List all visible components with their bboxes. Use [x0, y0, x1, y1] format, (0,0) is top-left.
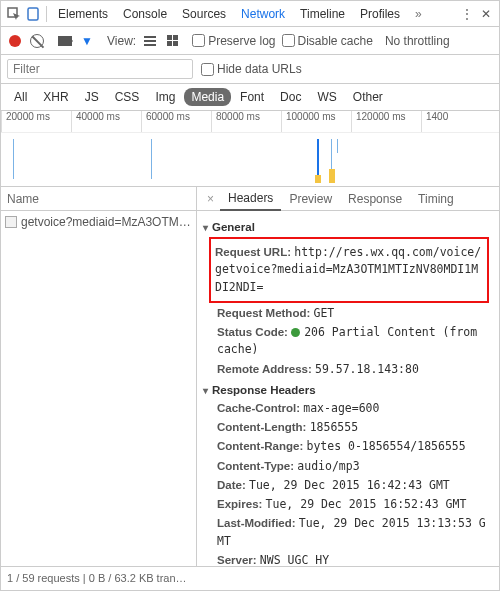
hdr-k: Content-Type:: [217, 460, 294, 472]
hdr-k: Server:: [217, 554, 257, 566]
request-method-key: Request Method:: [217, 307, 310, 319]
hdr-v: max-age=600: [303, 401, 379, 415]
view-label: View:: [107, 34, 136, 48]
section-response-headers[interactable]: Response Headers: [203, 384, 489, 396]
remote-address-key: Remote Address:: [217, 363, 312, 375]
subtab-response[interactable]: Response: [340, 188, 410, 210]
hdr-v: 1856555: [310, 420, 358, 434]
tab-console[interactable]: Console: [116, 3, 174, 25]
ruler-tick: 60000 ms: [141, 111, 211, 132]
hdr-k: Content-Length:: [217, 421, 306, 433]
ruler-tick: 100000 ms: [281, 111, 351, 132]
type-all[interactable]: All: [7, 88, 34, 106]
hide-data-urls-label: Hide data URLs: [217, 62, 302, 76]
filter-bar: Hide data URLs: [1, 55, 499, 84]
close-icon[interactable]: ✕: [477, 5, 495, 23]
throttling-selector[interactable]: No throttling: [385, 34, 450, 48]
type-js[interactable]: JS: [78, 88, 106, 106]
hdr-k: Content-Range:: [217, 440, 303, 452]
hdr-k: Cache-Control:: [217, 402, 300, 414]
subtab-preview[interactable]: Preview: [281, 188, 340, 210]
disable-cache-checkbox[interactable]: Disable cache: [282, 34, 373, 48]
status-bar: 1 / 59 requests | 0 B / 63.2 KB tran…: [1, 566, 499, 588]
status-dot-icon: [291, 328, 300, 337]
preserve-log-label: Preserve log: [208, 34, 275, 48]
kebab-icon[interactable]: ⋮: [458, 5, 476, 23]
device-icon[interactable]: [24, 5, 42, 23]
status-text: 1 / 59 requests | 0 B / 63.2 KB tran…: [7, 572, 187, 584]
type-media[interactable]: Media: [184, 88, 231, 106]
ruler-tick: 1400: [421, 111, 491, 132]
network-toolbar: ▼ View: Preserve log Disable cache No th…: [1, 27, 499, 55]
request-row[interactable]: getvoice?mediaid=MzA3OTM…: [1, 211, 196, 233]
hdr-k: Last-Modified:: [217, 517, 296, 529]
hdr-v: bytes 0-1856554/1856555: [306, 439, 465, 453]
preserve-log-checkbox[interactable]: Preserve log: [192, 34, 275, 48]
hide-data-urls-checkbox[interactable]: Hide data URLs: [201, 62, 302, 76]
ruler-tick: 40000 ms: [71, 111, 141, 132]
record-icon[interactable]: [7, 33, 23, 49]
request-list: Name getvoice?mediaid=MzA3OTM…: [1, 187, 197, 566]
type-css[interactable]: CSS: [108, 88, 147, 106]
capture-icon[interactable]: [57, 33, 73, 49]
type-img[interactable]: Img: [148, 88, 182, 106]
disable-cache-label: Disable cache: [298, 34, 373, 48]
devtools-tabs: Elements Console Sources Network Timelin…: [1, 1, 499, 27]
tab-profiles[interactable]: Profiles: [353, 3, 407, 25]
hdr-v: audio/mp3: [297, 459, 359, 473]
name-column-header[interactable]: Name: [7, 192, 39, 206]
subtab-timing[interactable]: Timing: [410, 188, 462, 210]
hdr-v: Tue, 29 Dec 2015 16:52:43 GMT: [266, 497, 467, 511]
type-filter-bar: All XHR JS CSS Img Media Font Doc WS Oth…: [1, 84, 499, 111]
type-font[interactable]: Font: [233, 88, 271, 106]
status-code-key: Status Code:: [217, 326, 288, 338]
filter-input[interactable]: [7, 59, 193, 79]
file-icon: [5, 216, 17, 228]
list-view-icon[interactable]: [142, 33, 158, 49]
grid-view-icon[interactable]: [164, 33, 180, 49]
close-detail-icon[interactable]: ×: [201, 192, 220, 206]
section-general[interactable]: General: [203, 221, 489, 233]
tab-sources[interactable]: Sources: [175, 3, 233, 25]
highlight-box: Request URL: http://res.wx.qq.com/voice/…: [209, 237, 489, 303]
filter-icon[interactable]: ▼: [79, 33, 95, 49]
tab-network[interactable]: Network: [234, 3, 292, 25]
tab-overflow[interactable]: »: [408, 3, 429, 25]
svg-rect-1: [28, 8, 38, 20]
hdr-k: Date:: [217, 479, 246, 491]
hdr-v: Tue, 29 Dec 2015 16:42:43 GMT: [249, 478, 450, 492]
waterfall-overview[interactable]: 20000 ms 40000 ms 60000 ms 80000 ms 1000…: [1, 111, 499, 187]
ruler-tick: 20000 ms: [1, 111, 71, 132]
request-name: getvoice?mediaid=MzA3OTM…: [21, 215, 192, 229]
hdr-k: Expires:: [217, 498, 262, 510]
tab-elements[interactable]: Elements: [51, 3, 115, 25]
request-detail: × Headers Preview Response Timing Genera…: [197, 187, 499, 566]
hdr-v: NWS_UGC_HY: [260, 553, 329, 566]
ruler-tick: 80000 ms: [211, 111, 281, 132]
clear-icon[interactable]: [29, 33, 45, 49]
type-other[interactable]: Other: [346, 88, 390, 106]
remote-address-value: 59.57.18.143:80: [315, 362, 419, 376]
subtab-headers[interactable]: Headers: [220, 187, 281, 211]
type-doc[interactable]: Doc: [273, 88, 308, 106]
request-method-value: GET: [313, 306, 334, 320]
ruler-tick: 120000 ms: [351, 111, 421, 132]
inspect-icon[interactable]: [5, 5, 23, 23]
tab-timeline[interactable]: Timeline: [293, 3, 352, 25]
type-xhr[interactable]: XHR: [36, 88, 75, 106]
request-url-key: Request URL:: [215, 246, 291, 258]
type-ws[interactable]: WS: [310, 88, 343, 106]
